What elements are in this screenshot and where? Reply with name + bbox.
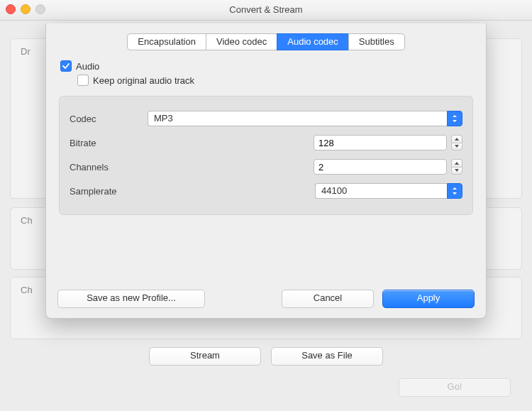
minimize-icon[interactable] <box>21 4 31 14</box>
panel3-label: Ch <box>21 285 33 295</box>
codec-select[interactable]: MP3 <box>148 111 462 126</box>
go-button: Go! <box>399 378 511 397</box>
stepper-up-icon[interactable] <box>451 159 462 167</box>
tab-audio-codec[interactable]: Audio codec <box>277 33 349 50</box>
channels-input[interactable] <box>314 159 447 175</box>
channels-label: Channels <box>70 162 148 172</box>
panel1-label: Dr <box>21 46 31 57</box>
zoom-icon <box>35 4 45 14</box>
samplerate-select[interactable]: 44100 <box>315 183 462 199</box>
bitrate-input[interactable] <box>314 135 447 150</box>
audio-settings: Codec MP3 Bitrate <box>59 96 473 215</box>
keep-original-checkbox[interactable] <box>77 75 89 86</box>
channels-stepper[interactable] <box>451 159 462 175</box>
updown-icon <box>447 111 462 126</box>
bitrate-stepper[interactable] <box>451 135 462 150</box>
tab-video-codec[interactable]: Video codec <box>206 33 277 50</box>
window-title: Convert & Stream <box>229 4 302 15</box>
samplerate-select-value: 44100 <box>315 183 447 199</box>
save-profile-button[interactable]: Save as new Profile... <box>57 290 205 308</box>
tab-bar: Encapsulation Video codec Audio codec Su… <box>46 33 486 50</box>
background-buttons: Stream Save as File <box>0 347 532 366</box>
bitrate-label: Bitrate <box>70 138 148 148</box>
samplerate-label: Samplerate <box>70 186 148 197</box>
apply-button[interactable]: Apply <box>382 290 475 308</box>
codec-select-value: MP3 <box>148 111 447 126</box>
close-icon[interactable] <box>6 4 16 14</box>
profile-sheet: Encapsulation Video codec Audio codec Su… <box>45 23 487 319</box>
audio-checkbox-label: Audio <box>76 61 99 72</box>
audio-checkbox[interactable] <box>60 60 72 72</box>
panel2-label: Ch <box>21 215 33 226</box>
stream-button[interactable]: Stream <box>149 347 261 366</box>
stepper-down-icon[interactable] <box>451 167 462 175</box>
window-controls <box>6 4 45 14</box>
stepper-down-icon[interactable] <box>451 143 462 151</box>
main-window: Convert & Stream Dr Ch Ch Stream Save as… <box>0 0 532 411</box>
cancel-button[interactable]: Cancel <box>282 290 374 308</box>
tab-subtitles[interactable]: Subtitles <box>348 33 405 50</box>
codec-label: Codec <box>70 114 148 124</box>
stepper-up-icon[interactable] <box>451 135 462 143</box>
sheet-footer: Save as new Profile... Cancel Apply <box>57 290 475 308</box>
updown-icon <box>447 183 462 199</box>
titlebar: Convert & Stream <box>0 0 532 21</box>
tab-encapsulation[interactable]: Encapsulation <box>127 33 206 50</box>
keep-original-label: Keep original audio track <box>93 75 194 86</box>
save-as-file-button[interactable]: Save as File <box>271 347 383 366</box>
